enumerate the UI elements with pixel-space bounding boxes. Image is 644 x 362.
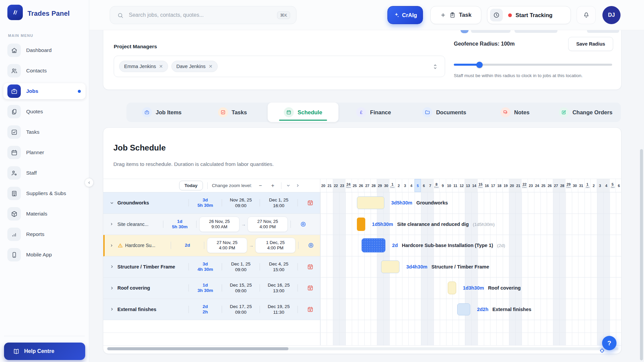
timeline-day: 21 <box>327 179 333 192</box>
timeline-day: 4 <box>603 179 610 192</box>
timeline-day: 28 <box>371 179 377 192</box>
geofence-slider[interactable] <box>454 62 612 68</box>
sidebar-collapse-button[interactable] <box>85 178 94 187</box>
page-scrollbar-thumb[interactable] <box>640 149 643 360</box>
chevron-right-icon[interactable] <box>295 183 300 188</box>
timeline-day: 21 <box>515 179 522 192</box>
tab-schedule[interactable]: Schedule <box>268 103 338 122</box>
tab-label: Change Orders <box>573 109 612 116</box>
remove-schedule-button[interactable] <box>306 283 315 293</box>
close-icon[interactable]: ✕ <box>209 64 213 69</box>
notification-dot <box>78 90 81 93</box>
notifications-button[interactable] <box>577 6 596 24</box>
zoom-out-button[interactable]: − <box>256 182 264 190</box>
gantt-bar-hardcore-sub-base-installation-type-1[interactable] <box>362 238 385 252</box>
craig-ai-button[interactable]: CrAIg <box>387 6 423 24</box>
sidebar-item-planner[interactable]: Planner <box>3 144 86 161</box>
sidebar-item-dashboard[interactable]: Dashboard <box>3 42 86 58</box>
crosshair-icon[interactable] <box>599 348 605 353</box>
empty-row <box>320 320 622 333</box>
end-date-input[interactable]: 1 Dec, 254:00 PM <box>255 238 296 253</box>
sidebar-item-jobs[interactable]: Jobs <box>3 83 86 99</box>
column-divider <box>171 242 171 249</box>
gantt-horizontal-scrollbar[interactable] <box>107 347 619 350</box>
gantt-bar-site-clearance-and-reduced-dig[interactable] <box>357 218 365 231</box>
remove-schedule-button[interactable] <box>306 198 315 207</box>
staff-icon <box>7 166 21 180</box>
view-button[interactable] <box>306 241 316 250</box>
end-date: Dec 16, 2513:00 <box>263 282 295 294</box>
tab-finance[interactable]: Finance <box>338 103 409 122</box>
remove-schedule-button[interactable] <box>306 262 315 272</box>
timeline-day: 24 <box>534 179 541 192</box>
bar-suffix: (1d5h30m) <box>473 222 495 227</box>
remove-schedule-button[interactable] <box>306 305 315 314</box>
view-button[interactable] <box>299 220 308 229</box>
sidebar-item-mobile-app[interactable]: Mobile App <box>3 247 86 263</box>
chevron-right-icon[interactable] <box>109 286 117 291</box>
sidebar-item-label: Planner <box>26 149 44 156</box>
timeline-day: 19 <box>503 179 509 192</box>
start-date: Nov 26, 2509:00 <box>225 197 257 208</box>
gantt-bar-structure-timber-frame[interactable] <box>381 260 399 273</box>
sidebar-item-materials[interactable]: Materials <box>3 206 86 222</box>
gantt-bar-label: 3d5h30mGroundworks <box>391 200 448 205</box>
help-centre-button[interactable]: Help Centre <box>4 343 85 360</box>
start-tracking-button[interactable]: Start Tracking <box>487 6 571 24</box>
slider-thumb[interactable] <box>476 62 483 68</box>
end-date: Dec 19, 2511:30 <box>263 304 295 315</box>
project-managers-select[interactable]: Emma Jenkins✕Dave Jenkins✕ <box>114 56 445 77</box>
gantt-chart-pane: 2021222324Nov2526272829301Dec2345678Dec9… <box>320 179 622 346</box>
close-icon[interactable]: ✕ <box>159 64 163 69</box>
gantt-bar-groundworks[interactable] <box>357 196 385 209</box>
task-name: Structure / Timber Frame <box>117 264 186 269</box>
chevron-down-icon[interactable] <box>109 200 117 205</box>
sidebar-item-reports[interactable]: Reports <box>3 226 86 242</box>
sidebar-item-quotes[interactable]: Quotes <box>3 104 86 120</box>
tab-documents[interactable]: Documents <box>409 103 480 122</box>
zoom-in-button[interactable]: + <box>269 182 277 190</box>
tab-tasks[interactable]: Tasks <box>197 103 268 122</box>
gantt-timeline-header: 2021222324Nov2526272829301Dec2345678Dec9… <box>320 179 622 192</box>
search-input[interactable] <box>129 7 273 23</box>
timeline-day-today: 5 <box>415 179 421 192</box>
tab-notes[interactable]: Notes <box>480 103 550 122</box>
timeline-day: 2 <box>591 179 597 192</box>
chevron-right-icon[interactable] <box>109 307 117 312</box>
sidebar-divider <box>4 336 85 336</box>
check-square-icon <box>218 107 228 117</box>
sidebar-item-tasks[interactable]: Tasks <box>3 124 86 140</box>
schedule-card: Job Schedule Drag items to reschedule. D… <box>103 127 622 354</box>
tab-job-items[interactable]: Job Items <box>126 103 197 122</box>
chevron-down-icon[interactable] <box>286 183 291 188</box>
timeline-day: 24Nov <box>345 179 352 192</box>
start-date-input[interactable]: 26 Nov, 259:00 AM <box>199 217 239 232</box>
timeline-day: 1Jan <box>585 179 591 192</box>
timeline-day: 26 <box>358 179 365 192</box>
add-task-button[interactable]: Task <box>430 6 481 24</box>
gantt-bar-roof-covering[interactable] <box>448 282 456 294</box>
sidebar-item-staff[interactable]: Staff <box>3 165 86 181</box>
gantt-bar-external-finishes[interactable] <box>457 303 470 315</box>
sidebar-item-suppliers-subs[interactable]: Suppliers & Subs <box>3 185 86 201</box>
sidebar-item-contacts[interactable]: Contacts <box>3 63 86 79</box>
chevron-right-icon[interactable] <box>109 243 117 248</box>
chevron-right-icon[interactable] <box>109 264 117 269</box>
end-date-input[interactable]: 27 Nov, 254:00 PM <box>248 217 288 232</box>
scrollbar-thumb[interactable] <box>107 347 288 350</box>
today-button[interactable]: Today <box>179 181 203 190</box>
geofence-radius-label: Geofence Radius: 100m <box>454 41 515 47</box>
chevron-right-icon[interactable] <box>109 222 117 226</box>
help-fab-button[interactable]: ? <box>602 336 616 350</box>
schedule-subtitle: Drag items to reschedule. Duration is ca… <box>113 161 274 167</box>
global-search[interactable]: ⌘K <box>110 6 297 24</box>
pm-chip-emma-jenkins[interactable]: Emma Jenkins✕ <box>119 61 168 72</box>
user-avatar[interactable]: DJ <box>602 6 621 24</box>
start-date-input[interactable]: 27 Nov, 254:00 PM <box>207 238 247 253</box>
end-date: Dec 1, 2516:00 <box>263 197 295 208</box>
column-divider <box>298 263 298 270</box>
save-radius-button[interactable]: Save Radius <box>568 37 613 51</box>
pm-chip-dave-jenkins[interactable]: Dave Jenkins✕ <box>171 61 218 72</box>
tab-change-orders[interactable]: Change Orders <box>550 103 621 122</box>
main-content: Project Managers Emma Jenkins✕Dave Jenki… <box>89 30 644 362</box>
